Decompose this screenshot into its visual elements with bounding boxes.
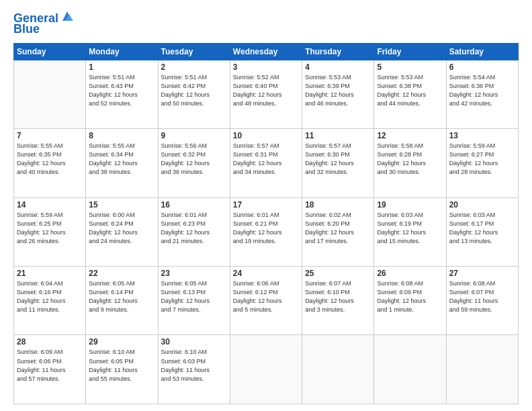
day-info: Sunrise: 6:10 AM Sunset: 6:03 PM Dayligh… (161, 348, 227, 383)
day-info: Sunrise: 6:08 AM Sunset: 6:07 PM Dayligh… (449, 279, 515, 314)
page: General Blue SundayMondayTuesdayWe (0, 0, 532, 411)
day-number: 2 (161, 62, 227, 72)
header: General Blue (13, 12, 519, 36)
day-number: 1 (89, 62, 154, 72)
day-info: Sunrise: 5:52 AM Sunset: 6:40 PM Dayligh… (233, 73, 299, 108)
calendar-cell: 23Sunrise: 6:05 AM Sunset: 6:13 PM Dayli… (158, 267, 230, 335)
logo: General Blue (13, 12, 75, 36)
calendar-cell: 15Sunrise: 6:00 AM Sunset: 6:24 PM Dayli… (86, 197, 158, 266)
calendar-cell: 18Sunrise: 6:02 AM Sunset: 6:20 PM Dayli… (302, 197, 374, 266)
calendar-cell (446, 335, 518, 404)
logo-blue-text: Blue (13, 23, 40, 36)
day-number: 16 (161, 200, 227, 210)
day-info: Sunrise: 5:56 AM Sunset: 6:32 PM Dayligh… (161, 142, 227, 177)
day-of-week-header: Tuesday (158, 43, 230, 60)
day-info: Sunrise: 5:53 AM Sunset: 6:39 PM Dayligh… (305, 73, 371, 108)
day-info: Sunrise: 6:10 AM Sunset: 6:05 PM Dayligh… (89, 348, 154, 383)
day-info: Sunrise: 6:02 AM Sunset: 6:20 PM Dayligh… (305, 211, 371, 246)
day-info: Sunrise: 6:06 AM Sunset: 6:12 PM Dayligh… (233, 279, 299, 314)
calendar-cell: 21Sunrise: 6:04 AM Sunset: 6:16 PM Dayli… (14, 267, 86, 335)
day-info: Sunrise: 5:55 AM Sunset: 6:35 PM Dayligh… (17, 142, 83, 177)
day-info: Sunrise: 6:00 AM Sunset: 6:24 PM Dayligh… (89, 211, 154, 246)
day-number: 4 (305, 62, 371, 72)
day-number: 10 (233, 131, 299, 140)
calendar-header-row: SundayMondayTuesdayWednesdayThursdayFrid… (14, 43, 519, 60)
calendar-cell: 12Sunrise: 5:58 AM Sunset: 6:28 PM Dayli… (374, 129, 446, 197)
day-number: 20 (449, 200, 515, 210)
day-number: 30 (161, 337, 227, 347)
day-of-week-header: Saturday (446, 43, 518, 60)
day-number: 25 (305, 269, 371, 278)
day-number: 13 (449, 131, 515, 140)
calendar-cell: 20Sunrise: 6:03 AM Sunset: 6:17 PM Dayli… (446, 197, 518, 266)
logo-icon (60, 9, 75, 24)
calendar-cell: 8Sunrise: 5:55 AM Sunset: 6:34 PM Daylig… (86, 129, 158, 197)
day-info: Sunrise: 6:04 AM Sunset: 6:16 PM Dayligh… (17, 279, 83, 314)
calendar-cell: 17Sunrise: 6:01 AM Sunset: 6:21 PM Dayli… (230, 197, 302, 266)
day-info: Sunrise: 5:55 AM Sunset: 6:34 PM Dayligh… (89, 142, 154, 177)
day-number: 21 (17, 269, 83, 278)
calendar-week-row: 14Sunrise: 5:59 AM Sunset: 6:25 PM Dayli… (14, 197, 519, 266)
day-info: Sunrise: 6:07 AM Sunset: 6:10 PM Dayligh… (305, 279, 371, 314)
day-number: 26 (377, 269, 443, 278)
calendar-cell: 14Sunrise: 5:59 AM Sunset: 6:25 PM Dayli… (14, 197, 86, 266)
calendar-table: SundayMondayTuesdayWednesdayThursdayFrid… (13, 43, 519, 404)
calendar-cell: 2Sunrise: 5:51 AM Sunset: 6:42 PM Daylig… (158, 60, 230, 128)
calendar-cell (230, 335, 302, 404)
calendar-cell (374, 335, 446, 404)
day-number: 22 (89, 269, 154, 278)
calendar-week-row: 21Sunrise: 6:04 AM Sunset: 6:16 PM Dayli… (14, 267, 519, 335)
calendar-cell: 11Sunrise: 5:57 AM Sunset: 6:30 PM Dayli… (302, 129, 374, 197)
day-of-week-header: Thursday (302, 43, 374, 60)
day-number: 9 (161, 131, 227, 140)
day-info: Sunrise: 5:51 AM Sunset: 6:43 PM Dayligh… (89, 73, 154, 108)
day-number: 7 (17, 131, 83, 140)
day-number: 24 (233, 269, 299, 278)
day-info: Sunrise: 5:51 AM Sunset: 6:42 PM Dayligh… (161, 73, 227, 108)
calendar-cell: 19Sunrise: 6:03 AM Sunset: 6:19 PM Dayli… (374, 197, 446, 266)
day-number: 12 (377, 131, 443, 140)
day-number: 8 (89, 131, 154, 140)
calendar-cell: 4Sunrise: 5:53 AM Sunset: 6:39 PM Daylig… (302, 60, 374, 128)
calendar-cell: 29Sunrise: 6:10 AM Sunset: 6:05 PM Dayli… (86, 335, 158, 404)
calendar-cell: 3Sunrise: 5:52 AM Sunset: 6:40 PM Daylig… (230, 60, 302, 128)
day-number: 29 (89, 337, 154, 347)
day-number: 14 (17, 200, 83, 210)
calendar-cell: 28Sunrise: 6:09 AM Sunset: 6:06 PM Dayli… (14, 335, 86, 404)
day-info: Sunrise: 5:59 AM Sunset: 6:27 PM Dayligh… (449, 142, 515, 177)
calendar-cell: 25Sunrise: 6:07 AM Sunset: 6:10 PM Dayli… (302, 267, 374, 335)
calendar-week-row: 1Sunrise: 5:51 AM Sunset: 6:43 PM Daylig… (14, 60, 519, 128)
calendar-cell: 16Sunrise: 6:01 AM Sunset: 6:23 PM Dayli… (158, 197, 230, 266)
day-of-week-header: Friday (374, 43, 446, 60)
day-of-week-header: Monday (86, 43, 158, 60)
calendar-cell: 10Sunrise: 5:57 AM Sunset: 6:31 PM Dayli… (230, 129, 302, 197)
calendar-cell: 24Sunrise: 6:06 AM Sunset: 6:12 PM Dayli… (230, 267, 302, 335)
calendar-cell (302, 335, 374, 404)
calendar-cell: 7Sunrise: 5:55 AM Sunset: 6:35 PM Daylig… (14, 129, 86, 197)
day-info: Sunrise: 5:53 AM Sunset: 6:38 PM Dayligh… (377, 73, 443, 108)
calendar-cell (14, 60, 86, 128)
day-info: Sunrise: 6:01 AM Sunset: 6:23 PM Dayligh… (161, 211, 227, 246)
day-info: Sunrise: 5:57 AM Sunset: 6:30 PM Dayligh… (305, 142, 371, 177)
calendar-cell: 13Sunrise: 5:59 AM Sunset: 6:27 PM Dayli… (446, 129, 518, 197)
calendar-cell: 6Sunrise: 5:54 AM Sunset: 6:36 PM Daylig… (446, 60, 518, 128)
calendar-cell: 9Sunrise: 5:56 AM Sunset: 6:32 PM Daylig… (158, 129, 230, 197)
day-info: Sunrise: 6:05 AM Sunset: 6:14 PM Dayligh… (89, 279, 154, 314)
calendar-cell: 1Sunrise: 5:51 AM Sunset: 6:43 PM Daylig… (86, 60, 158, 128)
calendar-cell: 26Sunrise: 6:08 AM Sunset: 6:09 PM Dayli… (374, 267, 446, 335)
day-info: Sunrise: 6:05 AM Sunset: 6:13 PM Dayligh… (161, 279, 227, 314)
day-info: Sunrise: 5:54 AM Sunset: 6:36 PM Dayligh… (449, 73, 515, 108)
day-number: 15 (89, 200, 154, 210)
day-info: Sunrise: 6:03 AM Sunset: 6:17 PM Dayligh… (449, 211, 515, 246)
day-info: Sunrise: 6:01 AM Sunset: 6:21 PM Dayligh… (233, 211, 299, 246)
day-number: 3 (233, 62, 299, 72)
day-info: Sunrise: 6:08 AM Sunset: 6:09 PM Dayligh… (377, 279, 443, 314)
day-info: Sunrise: 5:59 AM Sunset: 6:25 PM Dayligh… (17, 211, 83, 246)
calendar-week-row: 28Sunrise: 6:09 AM Sunset: 6:06 PM Dayli… (14, 335, 519, 404)
day-of-week-header: Sunday (14, 43, 86, 60)
day-info: Sunrise: 6:09 AM Sunset: 6:06 PM Dayligh… (17, 348, 83, 383)
day-number: 5 (377, 62, 443, 72)
day-info: Sunrise: 6:03 AM Sunset: 6:19 PM Dayligh… (377, 211, 443, 246)
day-info: Sunrise: 5:58 AM Sunset: 6:28 PM Dayligh… (377, 142, 443, 177)
day-number: 27 (449, 269, 515, 278)
